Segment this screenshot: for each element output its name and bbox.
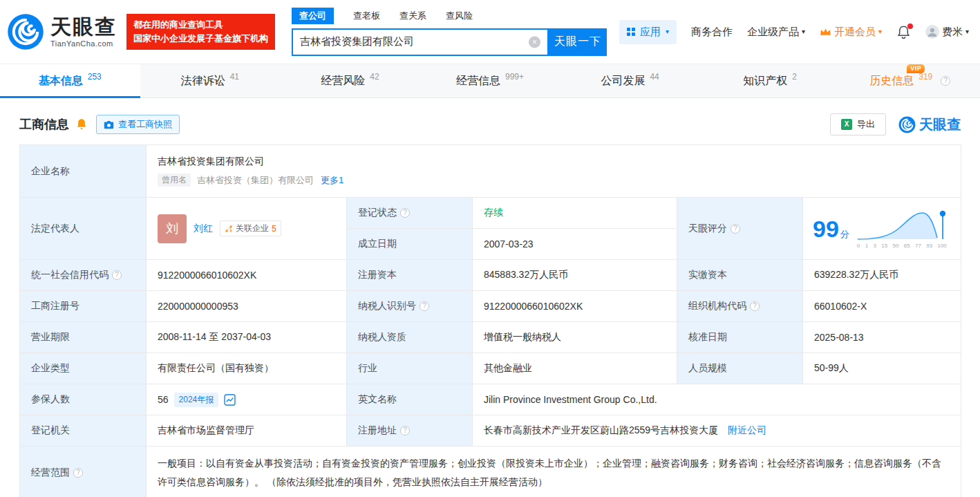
tianyancha-logo[interactable]: 天眼查 TianYanCha.com [7,13,117,50]
field-value-taxpayer-id: 9122000066010602XK [473,291,677,322]
help-icon[interactable] [400,208,410,218]
search-tab-boss[interactable]: 查老板 [353,10,380,22]
tab-company-development[interactable]: 公司发展 44 [560,64,700,97]
field-value-company-type: 有限责任公司（国有独资） [147,353,347,384]
brand-name: 天眼查 [50,16,117,38]
tab-history-info[interactable]: 历史信息 VIP 319 [840,64,980,97]
search-row: 天眼一下 [292,28,611,56]
tab-count: 2 [792,72,797,82]
field-label-credit-code: 统一社会信用代码 [20,260,147,291]
trend-chart-icon[interactable] [224,394,236,406]
tab-count: 42 [370,72,379,82]
tab-basic-info[interactable]: 基本信息 253 [0,64,140,97]
tab-label: 历史信息 [869,75,914,86]
tab-label: 基本信息 [39,74,83,88]
field-label-legal-representative: 法定代表人 [20,198,147,260]
help-icon[interactable] [420,301,429,311]
help-icon[interactable] [750,301,760,311]
help-icon[interactable] [112,270,122,280]
address-text: 长春市高新技术产业开发区蔚山路2559号吉林投资大厦 [484,424,718,435]
field-label-registration-status: 登记状态 [347,198,473,229]
tab-label: 法律诉讼 [181,74,225,88]
business-info-table: 企业名称 吉林省投资集团有限公司 曾用名 吉林省投资（集团）有限公司 更多1 法… [19,144,961,497]
tab-count: 41 [230,72,239,82]
business-snapshot-button[interactable]: 查看工商快照 [96,115,180,134]
score-axis: 0131550657793100 [856,243,948,249]
section-header-right: X 导出 天眼查 [830,113,961,135]
search-tab-relation[interactable]: 查关系 [399,10,426,22]
tab-legal-proceedings[interactable]: 法律诉讼 41 [140,64,281,97]
tab-count: 44 [650,72,659,82]
score-chart: 0131550657793100 [856,209,948,249]
excel-icon: X [841,119,852,130]
field-value-credit-code: 9122000066010602XK [147,260,347,291]
help-icon[interactable] [941,76,950,86]
menu-open-vip[interactable]: 开通会员 [820,26,882,39]
help-icon[interactable] [400,426,410,435]
snapshot-label: 查看工商快照 [118,118,172,131]
table-row: 统一社会信用代码 9122000066010602XK 注册资本 845883.… [20,260,961,291]
company-name: 吉林省投资集团有限公司 [158,156,950,168]
related-count: 5 [272,224,276,234]
menu-enterprise-products[interactable]: 企业级产品 [747,26,805,39]
section-header: 工商信息 查看工商快照 X 导出 [19,113,961,135]
header-menu: 应用 商务合作 企业级产品 开通会员 [619,20,969,44]
field-label-company-name: 企业名称 [20,145,147,198]
tab-label: 经营风险 [321,74,365,88]
tianyancha-logo-icon [7,13,44,50]
user-menu[interactable]: 费米 [925,25,969,39]
field-label-approval-date: 核准日期 [677,322,803,353]
annual-report-link[interactable]: 2024年报 [174,393,219,407]
search-button[interactable]: 天眼一下 [549,28,607,56]
field-label-insured-count: 参保人数 [20,384,147,415]
table-row: 营业期限 2008-11-14 至 2037-04-03 纳税人资质 增值税一般… [20,322,961,353]
table-row: 法定代表人 刘 刘红 关联企业 5 登记状态 [20,198,961,229]
crown-icon [820,28,831,37]
legal-rep-name-link[interactable]: 刘红 [194,223,213,235]
tab-operation-risk[interactable]: 经营风险 42 [280,64,420,97]
clear-icon[interactable] [529,36,540,48]
tab-intellectual-property[interactable]: 知识产权 2 [700,64,840,97]
export-button[interactable]: X 导出 [830,113,886,135]
legal-rep-avatar[interactable]: 刘 [158,214,187,243]
more-former-names-link[interactable]: 更多1 [321,174,343,187]
section-tabs: 基本信息 253 法律诉讼 41 经营风险 42 经营信息 999+ 公司发展 … [0,64,980,98]
menu-business-cooperation[interactable]: 商务合作 [691,26,733,39]
search-tab-company[interactable]: 查公司 [292,8,334,24]
search-block: 查公司 查老板 查关系 查风险 天眼一下 [292,8,611,56]
help-icon[interactable] [73,468,83,478]
help-icon[interactable] [731,224,740,234]
field-label-paid-capital: 实缴资本 [677,260,803,291]
brand-watermark-label: 天眼查 [919,115,961,134]
related-companies-tag[interactable]: 关联企业 5 [220,221,281,236]
notification-bell-icon[interactable] [896,25,911,39]
brand-watermark: 天眼查 [898,115,961,134]
section-title: 工商信息 [19,116,69,133]
field-value-registration-number: 220000000000953 [147,291,347,322]
tab-operation-info[interactable]: 经营信息 999+ [420,64,560,97]
field-value-industry: 其他金融业 [473,353,677,384]
search-input[interactable] [293,30,547,55]
tab-count: 319 [918,72,932,82]
tianyancha-mark-icon [898,116,916,133]
field-label-english-name: 英文名称 [347,384,473,415]
brand-domain: TianYanCha.com [50,39,117,48]
field-value-registration-status: 存续 [473,198,677,229]
search-tabs: 查公司 查老板 查关系 查风险 [292,8,611,24]
chevron-down-icon [878,28,882,35]
field-label-tianyan-score: 天眼评分 [677,198,803,260]
subscribe-bell-icon[interactable] [75,118,88,131]
field-value-staff-size: 50-99人 [803,353,961,384]
former-name: 吉林省投资（集团）有限公司 [197,174,314,187]
field-value-business-term: 2008-11-14 至 2037-04-03 [147,322,347,353]
export-label: 导出 [857,118,875,131]
field-label-registered-capital: 注册资本 [347,260,473,291]
apps-button[interactable]: 应用 [619,20,677,44]
tab-label: 知识产权 [743,74,787,88]
field-label-company-type: 企业类型 [20,353,147,384]
chevron-down-icon [666,28,669,35]
field-label-registration-number: 工商注册号 [20,291,147,322]
tab-label: 经营信息 [456,74,500,88]
search-tab-risk[interactable]: 查风险 [446,10,473,22]
nearby-companies-link[interactable]: 附近公司 [728,424,766,435]
